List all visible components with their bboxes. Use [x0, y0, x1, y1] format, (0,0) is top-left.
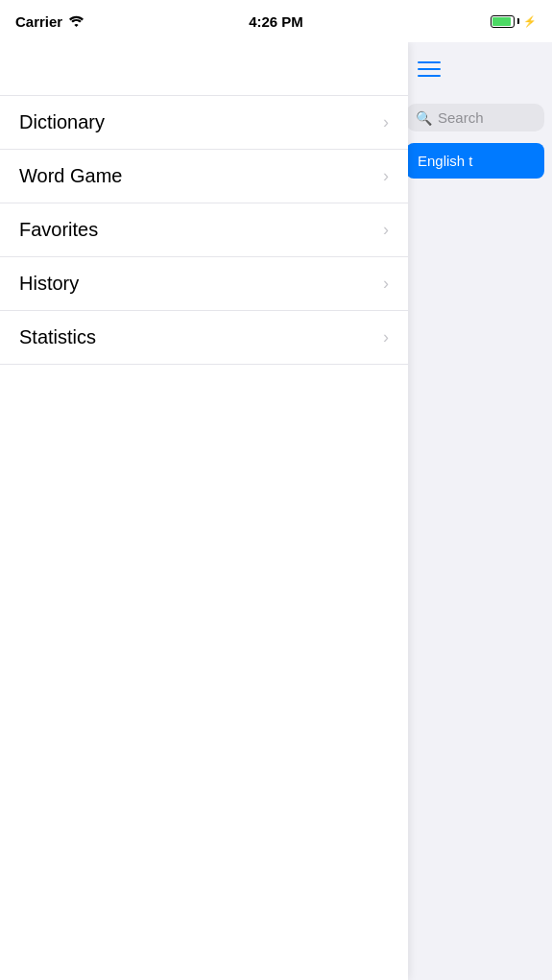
search-placeholder: Search [438, 109, 484, 126]
sidebar-header [0, 42, 408, 96]
hamburger-menu-icon[interactable] [418, 61, 441, 77]
statistics-label: Statistics [19, 326, 96, 348]
battery-fill [492, 17, 511, 26]
history-chevron-icon: › [383, 274, 389, 294]
battery-body [491, 15, 515, 28]
favorites-chevron-icon: › [383, 220, 389, 240]
status-time: 4:26 PM [249, 13, 303, 30]
sidebar-item-word-game[interactable]: Word Game › [0, 150, 408, 203]
dictionary-chevron-icon: › [383, 112, 389, 132]
sidebar-item-dictionary[interactable]: Dictionary › [0, 96, 408, 150]
word-game-chevron-icon: › [383, 166, 389, 186]
sidebar-item-history[interactable]: History › [0, 257, 408, 311]
battery-tip [517, 18, 519, 24]
main-panel: 🔍 Search English t [398, 42, 552, 980]
app-container: 🔍 Search English t Dictionary › Word Gam… [0, 42, 552, 980]
sidebar-item-favorites[interactable]: Favorites › [0, 203, 408, 257]
hamburger-line-1 [418, 61, 441, 63]
sidebar-item-statistics[interactable]: Statistics › [0, 311, 408, 365]
charging-bolt-icon: ⚡ [523, 15, 537, 28]
statistics-chevron-icon: › [383, 327, 389, 347]
hamburger-line-2 [418, 68, 441, 70]
favorites-label: Favorites [19, 219, 98, 241]
search-icon: 🔍 [416, 110, 432, 126]
english-button[interactable]: English t [406, 143, 544, 179]
search-bar[interactable]: 🔍 Search [406, 104, 544, 131]
wifi-icon [68, 13, 84, 30]
sidebar: Dictionary › Word Game › Favorites › His… [0, 42, 408, 980]
history-label: History [19, 273, 79, 295]
status-bar: Carrier 4:26 PM ⚡ [0, 0, 552, 42]
dictionary-label: Dictionary [19, 111, 105, 133]
status-left: Carrier [15, 13, 84, 30]
status-right: ⚡ [491, 15, 537, 28]
carrier-label: Carrier [15, 13, 62, 30]
battery-icon [491, 15, 519, 28]
main-header [398, 42, 552, 96]
word-game-label: Word Game [19, 165, 122, 187]
hamburger-line-3 [418, 75, 441, 77]
